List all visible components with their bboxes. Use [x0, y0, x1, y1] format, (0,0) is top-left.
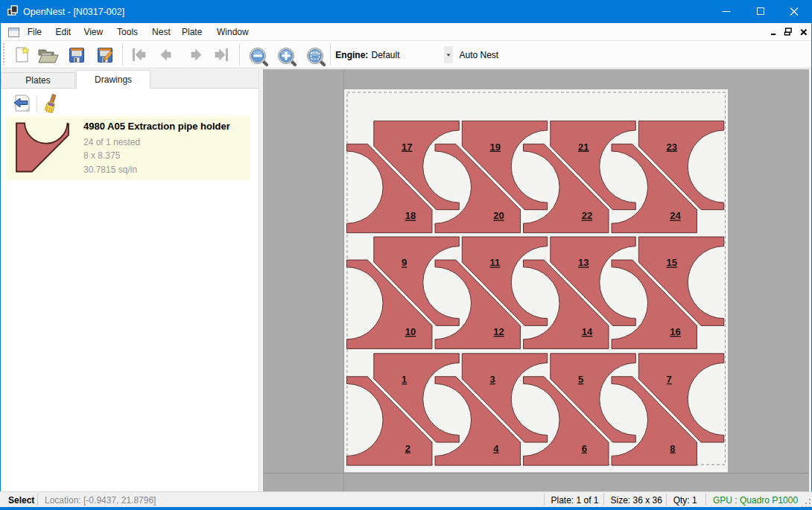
- svg-text:10: 10: [405, 326, 415, 337]
- svg-text:19: 19: [489, 141, 500, 153]
- svg-text:16: 16: [670, 326, 680, 337]
- svg-text:9: 9: [402, 257, 407, 268]
- svg-text:7: 7: [666, 374, 671, 385]
- svg-text:2: 2: [405, 443, 410, 454]
- svg-text:8: 8: [670, 443, 675, 454]
- svg-text:17: 17: [402, 141, 412, 153]
- svg-text:11: 11: [489, 257, 500, 268]
- svg-text:3: 3: [489, 374, 495, 385]
- svg-text:18: 18: [405, 210, 415, 221]
- svg-text:12: 12: [493, 326, 504, 337]
- svg-text:21: 21: [578, 141, 589, 153]
- svg-text:6: 6: [581, 443, 586, 454]
- svg-text:22: 22: [581, 210, 591, 221]
- svg-text:24: 24: [670, 210, 681, 221]
- svg-text:5: 5: [578, 374, 583, 385]
- svg-text:15: 15: [666, 257, 676, 268]
- svg-text:20: 20: [493, 210, 504, 221]
- svg-text:23: 23: [666, 141, 676, 153]
- svg-text:13: 13: [578, 257, 589, 268]
- svg-text:1: 1: [402, 374, 407, 385]
- svg-text:4: 4: [493, 443, 499, 454]
- svg-text:14: 14: [581, 326, 592, 337]
